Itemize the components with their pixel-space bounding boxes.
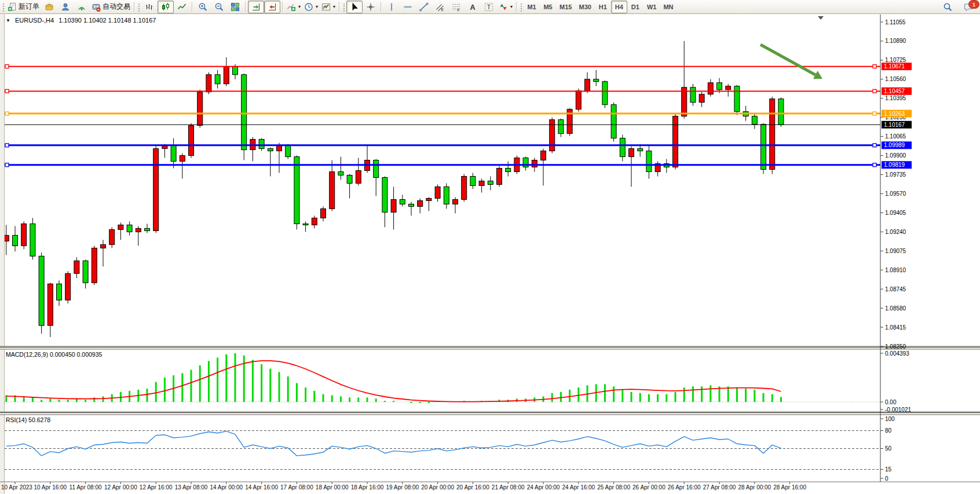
candle-body: [576, 91, 581, 109]
tf-w1[interactable]: W1: [643, 1, 660, 13]
indicators-icon: [287, 2, 296, 12]
market-watch-button[interactable]: [41, 1, 57, 13]
dropdown-caret-icon[interactable]: ▾: [333, 4, 335, 9]
dropdown-caret-icon[interactable]: ▾: [316, 4, 318, 9]
candle-body: [224, 67, 229, 84]
tf-m1[interactable]: M1: [524, 1, 540, 13]
profile-button[interactable]: [57, 1, 74, 13]
candle-body: [391, 199, 396, 212]
candle-body: [145, 228, 150, 230]
arrows-button[interactable]: ▾: [497, 1, 514, 13]
vline-icon: [387, 2, 396, 12]
auto-scroll-button[interactable]: [248, 1, 264, 13]
tf-d1[interactable]: D1: [627, 1, 643, 13]
equidistant-channel-button[interactable]: E: [432, 1, 448, 13]
line-handle[interactable]: [873, 163, 876, 167]
text-button[interactable]: A: [465, 1, 481, 13]
horizontal-line-button[interactable]: [400, 1, 416, 13]
price-tick-label: 1.09075: [885, 248, 906, 254]
date-tick-label: 12 Apr 00:00: [104, 484, 137, 491]
notifications-button[interactable]: 1: [960, 1, 977, 13]
fibo-icon: F: [452, 2, 461, 12]
date-tick-label: 14 Apr 16:00: [245, 484, 278, 491]
templates-button[interactable]: ▾: [320, 1, 337, 13]
toolbar-grip[interactable]: [137, 2, 140, 12]
autotrade-icon: [92, 2, 101, 12]
fibonacci-button[interactable]: F: [448, 1, 465, 13]
mt4-terminal: { "toolbar": { "groups": [ {"name":"trad…: [0, 0, 980, 494]
date-tick-label: 26 Apr 16:00: [668, 484, 701, 491]
indicators-button[interactable]: ▾: [285, 1, 302, 13]
vertical-line-button[interactable]: [383, 1, 400, 13]
date-tick-label: 19 Apr 08:00: [386, 484, 419, 491]
dropdown-caret-icon[interactable]: ▾: [510, 4, 513, 9]
price-tick-label: 1.09570: [885, 191, 906, 197]
line-handle[interactable]: [873, 89, 876, 93]
line-handle[interactable]: [5, 112, 9, 115]
shift-icon: [268, 2, 277, 12]
cursor-button[interactable]: [346, 1, 363, 13]
candle-body: [83, 261, 88, 283]
crosshair-button[interactable]: [363, 1, 379, 13]
chart-window[interactable]: 1.110551.108901.107251.105601.103951.102…: [0, 14, 980, 494]
zoom-out-button[interactable]: [211, 1, 227, 13]
candle-body: [690, 87, 696, 103]
svg-text:1.10457: 1.10457: [884, 88, 905, 94]
periods-button[interactable]: ▾: [302, 1, 320, 13]
toolbar-grip[interactable]: [342, 2, 345, 12]
line-handle[interactable]: [873, 144, 876, 147]
line-chart-button[interactable]: [174, 1, 190, 13]
text-label-button[interactable]: T: [481, 1, 497, 13]
date-tick-label: 25 Apr 08:00: [597, 484, 630, 491]
toolbar: 新订单自动交易▾▾▾EFAT▾M1M5M15M30H1H4D1W1MN1: [0, 0, 980, 14]
candle-body: [717, 83, 722, 90]
line-handle[interactable]: [5, 65, 9, 68]
chart-shift-button[interactable]: [264, 1, 280, 13]
line-handle[interactable]: [5, 163, 9, 167]
toolbar-grip[interactable]: [2, 2, 5, 12]
svg-text:1.09819: 1.09819: [884, 162, 905, 168]
candles-icon: [161, 2, 170, 12]
line-handle[interactable]: [5, 89, 9, 93]
tile-windows-button[interactable]: [227, 1, 243, 13]
candle-body: [198, 92, 203, 126]
candle-body: [118, 225, 123, 229]
rsi-axis-label: 15: [885, 466, 892, 473]
candle-body: [74, 261, 79, 273]
candlestick-chart-button[interactable]: [158, 1, 174, 13]
date-tick-label: 20 Apr 00:00: [421, 484, 454, 491]
signals-button[interactable]: [74, 1, 90, 13]
new-order-button[interactable]: 新订单: [6, 1, 41, 13]
tf-m30[interactable]: M30: [575, 1, 594, 13]
candle-body: [673, 116, 678, 167]
trendline-button[interactable]: [416, 1, 432, 13]
zoom-in-button[interactable]: [195, 1, 211, 13]
chart-canvas[interactable]: 1.110551.108901.107251.105601.103951.102…: [0, 14, 980, 494]
tf-m5-label: M5: [542, 3, 554, 10]
candle-body: [206, 75, 211, 92]
date-tick-label: 28 Apr 00:00: [738, 484, 771, 491]
bar-chart-button[interactable]: [141, 1, 158, 13]
auto-trading-button[interactable]: 自动交易: [90, 1, 132, 13]
tf-mn[interactable]: MN: [660, 1, 677, 13]
line-handle[interactable]: [5, 144, 9, 147]
tf-w1-label: W1: [645, 3, 659, 10]
dropdown-caret-icon[interactable]: ▾: [298, 4, 301, 9]
line-handle[interactable]: [873, 112, 876, 115]
line-handle[interactable]: [873, 65, 876, 68]
svg-text:E: E: [441, 8, 444, 12]
toolbar-grip[interactable]: [520, 2, 522, 12]
tf-m5[interactable]: M5: [540, 1, 556, 13]
candle-body: [180, 156, 185, 162]
candle-body: [374, 160, 379, 178]
tf-h1[interactable]: H1: [595, 1, 611, 13]
rsi-axis-label: 100: [885, 416, 895, 422]
date-tick-label: 21 Apr 08:00: [492, 484, 525, 491]
search-button[interactable]: [939, 1, 956, 13]
candle-body: [506, 169, 511, 172]
tf-h4[interactable]: H4: [611, 1, 627, 13]
tf-m15[interactable]: M15: [556, 1, 575, 13]
new-order-button-label: 新订单: [19, 2, 39, 12]
date-tick-label: 24 Apr 00:00: [527, 484, 560, 491]
candle-body: [708, 83, 713, 94]
